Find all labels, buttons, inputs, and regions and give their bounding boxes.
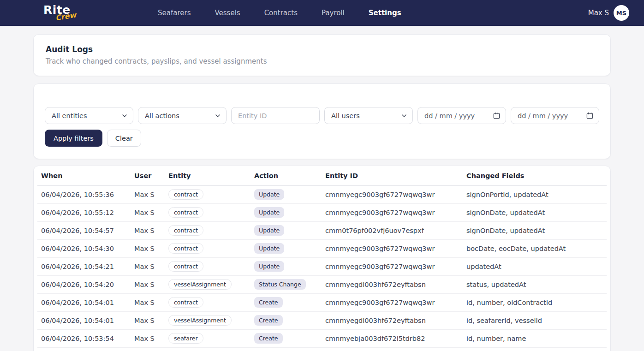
- cell-action: Update: [250, 257, 322, 275]
- cell-when: 06/04/2026, 10:54:20: [37, 275, 131, 293]
- nav-item[interactable]: Seafarers: [158, 9, 191, 17]
- cell-user: Max S: [131, 185, 165, 203]
- nav-item[interactable]: Payroll: [322, 9, 345, 17]
- table-header-row: When User Entity Action Entity ID Change…: [37, 166, 607, 185]
- cell-when: 06/04/2026, 10:55:12: [37, 203, 131, 221]
- cell-entity-id: cmnmyegdl003hf672eyftabsn: [322, 311, 463, 329]
- cell-user: Max S: [131, 347, 165, 351]
- cell-when: 06/04/2026, 10:54:57: [37, 221, 131, 239]
- cell-when: 06/04/2026, 10:54:01: [37, 311, 131, 329]
- filter-buttons: Apply filters Clear: [45, 130, 599, 147]
- cell-action: Status Change: [250, 275, 322, 293]
- nav-item[interactable]: Contracts: [264, 9, 298, 17]
- cell-when: 06/04/2026, 10:54:30: [37, 239, 131, 257]
- cell-entity-id: cmnmyegc9003gf6727wqwq3wr: [322, 239, 463, 257]
- nav-items: Seafarers Vessels Contracts Payroll Sett…: [158, 9, 401, 17]
- calendar-icon[interactable]: [493, 112, 500, 119]
- user-menu[interactable]: Max S MS: [588, 5, 629, 21]
- page-content: Audit Logs Track who changed contracts, …: [33, 34, 611, 351]
- table-row: 06/04/2026, 10:55:12 Max S contract Upda…: [37, 203, 607, 221]
- action-badge: Status Change: [254, 279, 306, 290]
- user-select[interactable]: All users: [324, 107, 413, 124]
- column-header-entity-id: Entity ID: [322, 166, 463, 185]
- cell-when: 06/04/2026, 10:53:54: [37, 329, 131, 347]
- cell-changed-fields: bocDate, eocDate, updatedAt: [463, 239, 607, 257]
- clear-button[interactable]: Clear: [107, 130, 141, 147]
- table-row: 06/04/2026, 10:53:54 Max S seafarer Crea…: [37, 329, 607, 347]
- cell-changed-fields: status, updatedAt: [463, 275, 607, 293]
- table-row: 06/04/2026, 10:53:22 Max S contract Upda…: [37, 347, 607, 351]
- cell-action: Create: [250, 329, 322, 347]
- audit-log-rows: 06/04/2026, 10:55:36 Max S contract Upda…: [37, 185, 607, 351]
- action-badge: Update: [254, 189, 284, 200]
- entity-select[interactable]: All entities: [45, 107, 133, 124]
- chevron-down-icon: [215, 113, 221, 119]
- action-badge: Update: [254, 261, 284, 272]
- table-row: 06/04/2026, 10:54:01 Max S contract Crea…: [37, 293, 607, 311]
- cell-user: Max S: [131, 311, 165, 329]
- cell-entity-id: cmnmyegdl003hf672eyftabsn: [322, 275, 463, 293]
- avatar[interactable]: MS: [614, 5, 629, 21]
- cell-entity-id: cmnmyegc9003gf6727wqwq3wr: [322, 257, 463, 275]
- date-to-input[interactable]: dd / mm / yyyy: [511, 107, 599, 124]
- cell-action: Update: [250, 203, 322, 221]
- entity-badge: contract: [168, 243, 203, 254]
- cell-user: Max S: [131, 329, 165, 347]
- cell-action: Update: [250, 239, 322, 257]
- top-nav: Rite Crew Seafarers Vessels Contracts Pa…: [0, 0, 644, 26]
- column-header-entity: Entity: [165, 166, 250, 185]
- entity-badge: vesselAssignment: [168, 279, 232, 290]
- cell-entity-id: cmnmyegc9003gf6727wqwq3wr: [322, 293, 463, 311]
- entity-id-placeholder: Entity ID: [238, 112, 314, 119]
- table-row: 06/04/2026, 10:54:01 Max S vesselAssignm…: [37, 311, 607, 329]
- cell-entity: seafarer: [165, 329, 250, 347]
- user-name: Max S: [588, 9, 609, 17]
- action-badge: Update: [254, 225, 284, 236]
- cell-user: Max S: [131, 275, 165, 293]
- audit-log-table: When User Entity Action Entity ID Change…: [37, 166, 607, 351]
- page-header-card: Audit Logs Track who changed contracts, …: [33, 34, 611, 76]
- cell-changed-fields: updatedAt: [463, 257, 607, 275]
- apply-filters-button[interactable]: Apply filters: [45, 130, 102, 147]
- nav-item[interactable]: Settings: [369, 9, 401, 17]
- date-from-input[interactable]: dd / mm / yyyy: [417, 107, 506, 124]
- brand-logo[interactable]: Rite Crew: [42, 0, 98, 26]
- entity-badge: contract: [168, 297, 203, 308]
- date-to-placeholder: dd / mm / yyyy: [518, 112, 583, 119]
- action-select-value: All actions: [145, 112, 215, 119]
- table-row: 06/04/2026, 10:55:36 Max S contract Upda…: [37, 185, 607, 203]
- cell-changed-fields: signOnDate, updatedAt: [463, 203, 607, 221]
- cell-changed-fields: eocDate, updatedAt: [463, 347, 607, 351]
- cell-entity-id: cmm0t76pf002vfj6uov7espxf: [322, 221, 463, 239]
- cell-entity: contract: [165, 239, 250, 257]
- cell-when: 06/04/2026, 10:55:36: [37, 185, 131, 203]
- entity-badge: contract: [168, 261, 203, 272]
- table-row: 06/04/2026, 10:54:20 Max S vesselAssignm…: [37, 275, 607, 293]
- nav-item[interactable]: Vessels: [215, 9, 240, 17]
- cell-user: Max S: [131, 257, 165, 275]
- cell-user: Max S: [131, 221, 165, 239]
- cell-entity: contract: [165, 347, 250, 351]
- cell-when: 06/04/2026, 10:54:21: [37, 257, 131, 275]
- cell-user: Max S: [131, 239, 165, 257]
- entity-badge: seafarer: [168, 333, 203, 344]
- cell-action: Update: [250, 185, 322, 203]
- action-badge: Update: [254, 207, 284, 218]
- entity-badge: vesselAssignment: [168, 315, 232, 326]
- entity-badge: contract: [168, 225, 203, 236]
- cell-when: 06/04/2026, 10:53:22: [37, 347, 131, 351]
- cell-entity: contract: [165, 221, 250, 239]
- action-badge: Update: [254, 243, 284, 254]
- cell-entity: contract: [165, 257, 250, 275]
- entity-id-input[interactable]: Entity ID: [231, 107, 320, 124]
- entity-badge: contract: [168, 189, 203, 200]
- table-row: 06/04/2026, 10:54:21 Max S contract Upda…: [37, 257, 607, 275]
- date-from-placeholder: dd / mm / yyyy: [424, 112, 489, 119]
- user-select-value: All users: [331, 112, 401, 119]
- audit-log-table-card: When User Entity Action Entity ID Change…: [33, 166, 611, 351]
- calendar-icon[interactable]: [586, 112, 593, 119]
- cell-changed-fields: signOnPortId, updatedAt: [463, 185, 607, 203]
- cell-entity: vesselAssignment: [165, 311, 250, 329]
- action-select[interactable]: All actions: [138, 107, 227, 124]
- cell-action: Update: [250, 347, 322, 351]
